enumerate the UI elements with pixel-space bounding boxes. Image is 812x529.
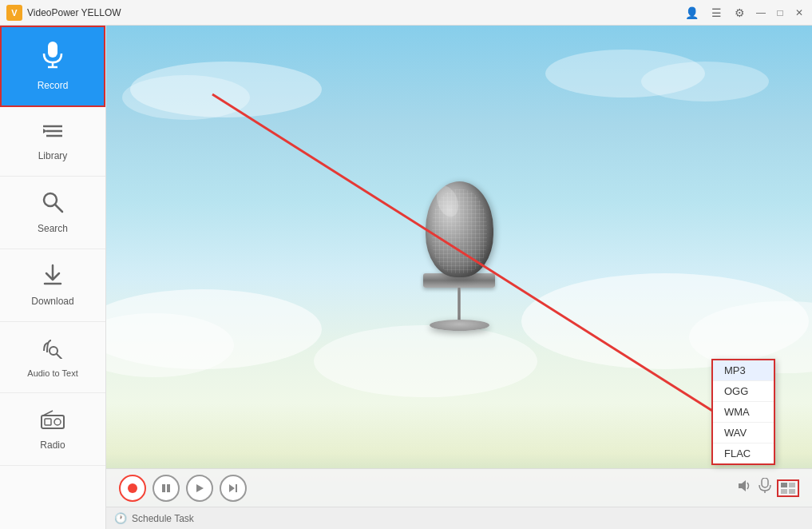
mic-control-icon[interactable] bbox=[758, 478, 772, 498]
sidebar-item-search[interactable]: Search bbox=[0, 177, 105, 249]
svg-rect-14 bbox=[45, 419, 51, 425]
library-label: Library bbox=[38, 150, 68, 161]
app-title: VideoPower YELLOW bbox=[27, 7, 682, 18]
microphone-image bbox=[411, 181, 507, 341]
svg-rect-0 bbox=[48, 42, 57, 58]
volume-icon[interactable] bbox=[737, 479, 753, 497]
format-option-wma[interactable]: WMA bbox=[713, 402, 774, 423]
sidebar-item-radio[interactable]: Radio bbox=[0, 393, 105, 466]
next-button[interactable] bbox=[220, 475, 247, 502]
play-button[interactable] bbox=[186, 475, 213, 502]
mic-head bbox=[426, 181, 493, 277]
control-bar bbox=[106, 468, 812, 507]
format-option-mp3[interactable]: MP3 bbox=[713, 360, 774, 381]
record-button[interactable] bbox=[119, 475, 146, 502]
svg-rect-33 bbox=[236, 484, 237, 492]
search-icon bbox=[42, 191, 64, 217]
account-icon[interactable]: 👤 bbox=[682, 5, 702, 21]
sidebar-item-download[interactable]: Download bbox=[0, 249, 105, 322]
schedule-bar[interactable]: 🕐 Schedule Task bbox=[106, 507, 812, 529]
format-select-button[interactable] bbox=[777, 479, 799, 497]
microphone-icon bbox=[41, 42, 65, 74]
download-icon bbox=[42, 264, 64, 289]
app-container: Record Library Search bbox=[0, 26, 812, 529]
record-label: Record bbox=[38, 80, 69, 91]
svg-marker-5 bbox=[43, 129, 47, 133]
svg-marker-34 bbox=[739, 480, 746, 491]
settings-icon[interactable]: ⚙ bbox=[731, 5, 748, 21]
format-option-wav[interactable]: WAV bbox=[713, 423, 774, 443]
mic-stand bbox=[457, 288, 461, 320]
sidebar-item-record[interactable]: Record bbox=[0, 26, 105, 107]
audio-to-text-label: Audio to Text bbox=[27, 368, 77, 378]
sidebar-item-library[interactable]: Library bbox=[0, 107, 105, 177]
close-button[interactable]: ✕ bbox=[793, 6, 806, 19]
main-content: MP3 OGG WMA WAV FLAC bbox=[106, 26, 812, 529]
svg-rect-29 bbox=[162, 484, 165, 492]
radio-icon bbox=[40, 408, 65, 433]
search-label: Search bbox=[38, 223, 68, 234]
svg-rect-30 bbox=[167, 484, 170, 492]
mic-base bbox=[430, 320, 489, 331]
menu-icon[interactable]: ☰ bbox=[708, 5, 725, 21]
svg-point-15 bbox=[54, 419, 61, 425]
svg-line-12 bbox=[57, 354, 61, 359]
title-bar: V VideoPower YELLOW 👤 ☰ ⚙ — □ ✕ bbox=[0, 0, 812, 26]
pause-button[interactable] bbox=[152, 475, 180, 502]
download-label: Download bbox=[31, 296, 73, 307]
title-bar-controls: 👤 ☰ ⚙ — □ ✕ bbox=[682, 5, 806, 21]
right-controls bbox=[737, 478, 799, 498]
library-icon bbox=[42, 121, 64, 144]
radio-label: Radio bbox=[40, 440, 65, 451]
svg-rect-37 bbox=[781, 483, 787, 487]
app-logo: V bbox=[6, 5, 22, 21]
maximize-button[interactable]: □ bbox=[774, 6, 786, 19]
svg-marker-32 bbox=[229, 484, 235, 492]
format-dropdown: MP3 OGG WMA WAV FLAC bbox=[711, 359, 775, 465]
svg-line-8 bbox=[55, 205, 62, 212]
schedule-label: Schedule Task bbox=[132, 513, 194, 524]
svg-rect-40 bbox=[789, 489, 795, 494]
format-option-flac[interactable]: FLAC bbox=[713, 443, 774, 463]
svg-rect-39 bbox=[781, 489, 787, 494]
audio-to-text-icon bbox=[41, 336, 65, 362]
svg-rect-35 bbox=[762, 478, 768, 487]
svg-point-28 bbox=[128, 483, 137, 493]
svg-rect-38 bbox=[789, 483, 795, 487]
sidebar-item-audio-to-text[interactable]: Audio to Text bbox=[0, 322, 105, 393]
format-option-ogg[interactable]: OGG bbox=[713, 381, 774, 402]
svg-marker-31 bbox=[196, 484, 204, 492]
sidebar: Record Library Search bbox=[0, 26, 106, 529]
minimize-button[interactable]: — bbox=[755, 6, 767, 19]
